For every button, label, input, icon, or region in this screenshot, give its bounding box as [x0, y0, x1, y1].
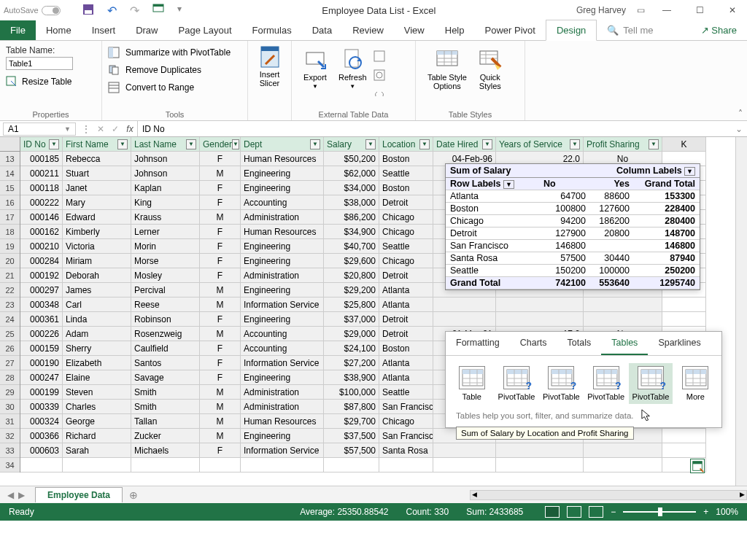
- cell[interactable]: $38,000: [324, 195, 379, 210]
- cell[interactable]: Mary: [63, 195, 131, 210]
- cell[interactable]: Miriam: [63, 254, 131, 268]
- qa-option[interactable]: ?PivotTable: [495, 363, 538, 404]
- tell-me-search[interactable]: 🔍 Tell me: [597, 20, 663, 40]
- properties-icon[interactable]: [373, 50, 386, 63]
- quick-styles-button[interactable]: Quick Styles: [473, 47, 508, 117]
- cell[interactable]: Chicago: [379, 225, 433, 239]
- cell[interactable]: Savage: [131, 370, 200, 385]
- column-header[interactable]: Dept▼: [241, 137, 324, 152]
- cell[interactable]: M: [200, 166, 241, 181]
- table-row[interactable]: 000603SarahMichaelsFInformation Service$…: [20, 443, 747, 458]
- column-header[interactable]: Date Hired▼: [433, 137, 496, 152]
- row-number[interactable]: 16: [0, 195, 20, 210]
- cell[interactable]: King: [131, 195, 200, 210]
- cell[interactable]: Sarah: [63, 443, 131, 458]
- cell[interactable]: Elaine: [63, 370, 131, 385]
- resize-table-button[interactable]: Resize Table: [6, 76, 96, 88]
- cell[interactable]: F: [200, 225, 241, 239]
- cell[interactable]: Zucker: [131, 429, 200, 443]
- cell[interactable]: $50,200: [324, 152, 379, 166]
- cell[interactable]: Human Resources: [241, 225, 324, 239]
- cell[interactable]: Kimberly: [63, 225, 131, 239]
- cell[interactable]: M: [200, 327, 241, 341]
- cell[interactable]: M: [200, 210, 241, 225]
- open-browser-icon[interactable]: [373, 69, 386, 82]
- cell[interactable]: Robinson: [131, 312, 200, 327]
- qa-option[interactable]: ?PivotTable: [540, 363, 583, 404]
- cell[interactable]: Engineering: [241, 429, 324, 443]
- qa-option[interactable]: More: [674, 363, 717, 404]
- cell[interactable]: F: [200, 254, 241, 268]
- tab-page-layout[interactable]: Page Layout: [169, 20, 242, 40]
- cell[interactable]: Santos: [131, 356, 200, 370]
- cell[interactable]: [496, 298, 584, 312]
- view-page-layout-icon[interactable]: [567, 506, 581, 518]
- row-number[interactable]: 20: [0, 254, 20, 268]
- cell[interactable]: Administration: [241, 268, 324, 283]
- qa-tab-charts[interactable]: Charts: [510, 332, 557, 355]
- qa-tab-tables[interactable]: Tables: [601, 332, 648, 355]
- cell[interactable]: 000162: [20, 225, 63, 239]
- cell[interactable]: Edward: [63, 210, 131, 225]
- cell[interactable]: Caulfield: [131, 341, 200, 356]
- qa-tab-sparklines[interactable]: Sparklines: [648, 332, 711, 355]
- filter-dropdown-icon[interactable]: ▼: [310, 139, 320, 149]
- summarize-pivot-button[interactable]: Summarize with PivotTable: [108, 47, 241, 58]
- cancel-icon[interactable]: ✕: [93, 124, 108, 134]
- tab-design[interactable]: Design: [546, 20, 597, 41]
- cell[interactable]: M: [200, 429, 241, 443]
- collapse-ribbon-icon[interactable]: ˄: [738, 109, 743, 119]
- cell[interactable]: M: [200, 385, 241, 400]
- tab-insert[interactable]: Insert: [82, 20, 126, 40]
- cell[interactable]: Janet: [63, 181, 131, 195]
- fx-icon[interactable]: fx: [123, 124, 137, 134]
- cell[interactable]: $25,800: [324, 298, 379, 312]
- cell[interactable]: 000361: [20, 312, 63, 327]
- formula-input[interactable]: ID No: [137, 121, 731, 136]
- cell[interactable]: 000211: [20, 166, 63, 181]
- cell[interactable]: M: [200, 400, 241, 414]
- share-button[interactable]: ↗ Share: [691, 20, 747, 40]
- cell[interactable]: 000192: [20, 268, 63, 283]
- autosave-toggle[interactable]: AutoSave: [4, 6, 61, 15]
- tab-help[interactable]: Help: [435, 20, 475, 40]
- cell[interactable]: Seattle: [379, 166, 433, 181]
- customize-icon[interactable]: [152, 4, 164, 18]
- cell[interactable]: F: [200, 195, 241, 210]
- cell[interactable]: 000159: [20, 341, 63, 356]
- cell[interactable]: 000324: [20, 414, 63, 429]
- cell[interactable]: Smith: [131, 385, 200, 400]
- user-name[interactable]: Greg Harvey: [576, 5, 626, 15]
- cell[interactable]: Krauss: [131, 210, 200, 225]
- row-number[interactable]: 30: [0, 400, 20, 414]
- name-box-expand-icon[interactable]: ⋮: [79, 124, 93, 134]
- cell[interactable]: 000297: [20, 283, 63, 298]
- cell[interactable]: Human Resources: [241, 414, 324, 429]
- cell[interactable]: $100,000: [324, 385, 379, 400]
- cell[interactable]: Victoria: [63, 239, 131, 254]
- cell[interactable]: Rosenzweig: [131, 327, 200, 341]
- cell[interactable]: 000146: [20, 210, 63, 225]
- row-number[interactable]: 33: [0, 443, 20, 458]
- cell[interactable]: Information Service: [241, 443, 324, 458]
- column-header[interactable]: Last Name▼: [131, 137, 200, 152]
- cell[interactable]: James: [63, 283, 131, 298]
- row-number[interactable]: 23: [0, 298, 20, 312]
- cell[interactable]: $20,800: [324, 268, 379, 283]
- cell[interactable]: Lerner: [131, 225, 200, 239]
- cell[interactable]: 000199: [20, 385, 63, 400]
- cell[interactable]: $86,200: [324, 210, 379, 225]
- sheet-next-icon[interactable]: ▶: [18, 490, 25, 500]
- cell[interactable]: $29,600: [324, 254, 379, 268]
- row-number[interactable]: 14: [0, 166, 20, 181]
- cell[interactable]: Adam: [63, 327, 131, 341]
- cell[interactable]: $29,000: [324, 327, 379, 341]
- worksheet-grid[interactable]: ID No▼First Name▼Last Name▼Gender▼Dept▼S…: [0, 137, 747, 486]
- save-icon[interactable]: [82, 4, 94, 18]
- cell[interactable]: Detroit: [379, 268, 433, 283]
- cell[interactable]: Engineering: [241, 181, 324, 195]
- cell[interactable]: Tallan: [131, 414, 200, 429]
- tab-formulas[interactable]: Formulas: [242, 20, 302, 40]
- cell[interactable]: $37,500: [324, 429, 379, 443]
- maximize-icon[interactable]: ☐: [689, 5, 711, 15]
